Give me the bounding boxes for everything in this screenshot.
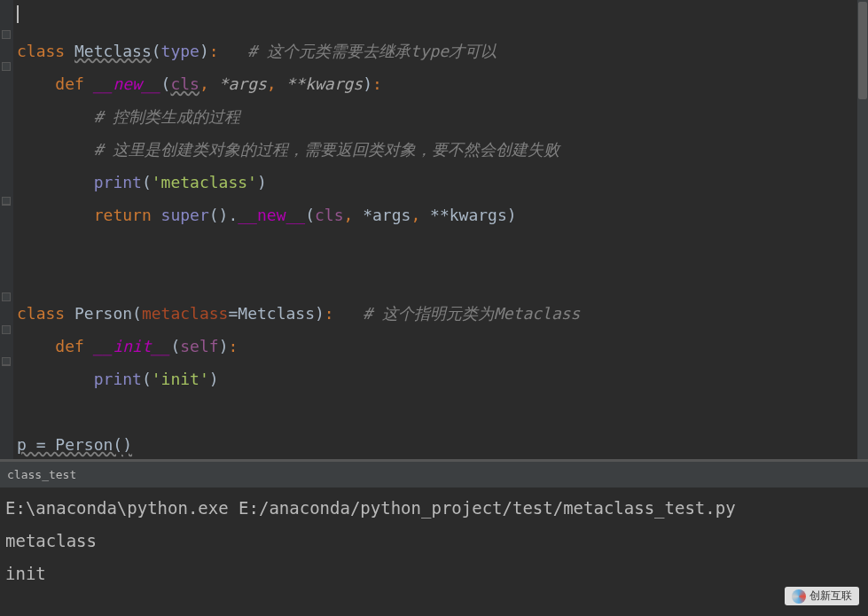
code-token: , bbox=[411, 199, 430, 231]
console-line: init bbox=[5, 558, 863, 590]
code-token: class bbox=[17, 297, 74, 330]
fold-marker-icon[interactable] bbox=[2, 325, 11, 334]
code-token: ( bbox=[152, 35, 161, 67]
code-line[interactable]: print('init') bbox=[17, 363, 868, 395]
code-token: Person bbox=[74, 297, 132, 330]
console-output[interactable]: E:\anaconda\python.exe E:/anaconda/pytho… bbox=[0, 488, 868, 594]
code-token: : bbox=[228, 330, 238, 363]
code-token: # 这个指明元类为Metaclass bbox=[363, 297, 580, 330]
scrollbar-vertical[interactable] bbox=[857, 0, 868, 459]
code-token: Metclass bbox=[74, 35, 152, 67]
code-token: # 这个元类需要去继承type才可以 bbox=[247, 35, 497, 67]
code-token: p = Person() bbox=[17, 428, 132, 459]
code-token bbox=[17, 133, 94, 166]
console-line: metaclass bbox=[5, 525, 863, 558]
code-token: super bbox=[161, 199, 209, 231]
code-token: return bbox=[94, 199, 161, 231]
watermark: 创新互联 bbox=[785, 587, 859, 605]
code-token: class bbox=[17, 35, 74, 67]
code-token: # 这里是创建类对象的过程，需要返回类对象，要不然会创建失败 bbox=[94, 133, 560, 166]
code-token: __new__ bbox=[238, 199, 305, 231]
code-line[interactable]: p = Person() bbox=[17, 428, 868, 459]
code-token: ) bbox=[209, 363, 219, 395]
code-token: ( bbox=[142, 363, 152, 395]
code-line[interactable] bbox=[17, 2, 868, 35]
fold-marker-icon[interactable] bbox=[2, 30, 11, 39]
code-token: def bbox=[55, 67, 93, 100]
code-token: __new__ bbox=[94, 67, 161, 100]
run-tab[interactable]: class_test bbox=[2, 466, 82, 483]
run-tab-bar: class_test bbox=[0, 462, 868, 488]
code-token: 'metaclass' bbox=[152, 166, 257, 199]
fold-marker-icon[interactable] bbox=[2, 292, 11, 301]
code-token: metaclass bbox=[142, 297, 229, 330]
code-token: : bbox=[325, 297, 334, 330]
code-token: ) bbox=[257, 166, 267, 199]
code-token: cls bbox=[170, 67, 199, 100]
watermark-text: 创新互联 bbox=[809, 589, 852, 604]
code-line[interactable]: return super().__new__(cls, *args, **kwa… bbox=[17, 199, 868, 231]
code-token: ) bbox=[363, 67, 372, 100]
code-token bbox=[17, 363, 94, 395]
code-token: **kwargs bbox=[430, 199, 507, 231]
code-token bbox=[17, 199, 94, 231]
code-token: print bbox=[94, 166, 142, 199]
code-token: , bbox=[199, 67, 219, 100]
code-token: = bbox=[228, 297, 238, 330]
code-line[interactable]: print('metaclass') bbox=[17, 166, 868, 199]
code-token: () bbox=[209, 199, 229, 231]
code-token: # 控制类生成的过程 bbox=[94, 100, 241, 133]
code-line[interactable]: # 这里是创建类对象的过程，需要返回类对象，要不然会创建失败 bbox=[17, 133, 868, 166]
code-token: ( bbox=[170, 330, 180, 363]
code-token: def bbox=[55, 330, 93, 363]
code-token bbox=[17, 330, 55, 363]
code-line[interactable]: def __new__(cls, *args, **kwargs): bbox=[17, 67, 868, 100]
code-line[interactable]: def __init__(self): bbox=[17, 330, 868, 363]
code-token: ) bbox=[507, 199, 517, 231]
code-token: __init__ bbox=[94, 330, 171, 363]
code-line[interactable] bbox=[17, 231, 868, 264]
code-token: ) bbox=[219, 330, 229, 363]
code-line[interactable]: # 控制类生成的过程 bbox=[17, 100, 868, 133]
code-token: ( bbox=[161, 67, 171, 100]
code-token: self bbox=[180, 330, 218, 363]
code-line[interactable]: class Person(metaclass=Metclass): # 这个指明… bbox=[17, 297, 868, 330]
code-line[interactable] bbox=[17, 264, 868, 297]
code-token: *args bbox=[363, 199, 411, 231]
scrollbar-thumb[interactable] bbox=[858, 2, 867, 99]
gutter bbox=[0, 0, 13, 459]
code-token: ) bbox=[315, 297, 325, 330]
code-token bbox=[334, 297, 364, 330]
code-token bbox=[17, 100, 94, 133]
code-token: Metclass bbox=[238, 297, 315, 330]
code-token: ( bbox=[305, 199, 315, 231]
cursor-icon bbox=[17, 5, 19, 23]
code-token: ( bbox=[142, 166, 152, 199]
code-token: . bbox=[228, 199, 238, 231]
code-token bbox=[17, 166, 94, 199]
code-token: : bbox=[209, 35, 219, 67]
code-token: 'init' bbox=[152, 363, 209, 395]
code-token: : bbox=[372, 67, 382, 100]
code-token: , bbox=[267, 67, 286, 100]
code-token: type bbox=[161, 35, 199, 67]
code-token: ) bbox=[199, 35, 209, 67]
code-token: , bbox=[344, 199, 364, 231]
code-token: *args bbox=[219, 67, 267, 100]
code-token: print bbox=[94, 363, 142, 395]
watermark-logo-icon bbox=[792, 589, 806, 604]
code-line[interactable]: class Metclass(type): # 这个元类需要去继承type才可以 bbox=[17, 35, 868, 67]
console-line: E:\anaconda\python.exe E:/anaconda/pytho… bbox=[5, 492, 863, 525]
fold-marker-icon[interactable] bbox=[2, 62, 11, 71]
fold-marker-icon[interactable] bbox=[2, 357, 11, 366]
code-editor[interactable]: class Metclass(type): # 这个元类需要去继承type才可以… bbox=[0, 0, 868, 459]
code-content[interactable]: class Metclass(type): # 这个元类需要去继承type才可以… bbox=[13, 0, 868, 459]
code-token: ( bbox=[132, 297, 142, 330]
code-token: cls bbox=[315, 199, 344, 231]
code-token bbox=[219, 35, 248, 67]
code-token bbox=[17, 67, 55, 100]
code-line[interactable] bbox=[17, 395, 868, 428]
code-token: **kwargs bbox=[286, 67, 364, 100]
fold-marker-icon[interactable] bbox=[2, 197, 11, 206]
